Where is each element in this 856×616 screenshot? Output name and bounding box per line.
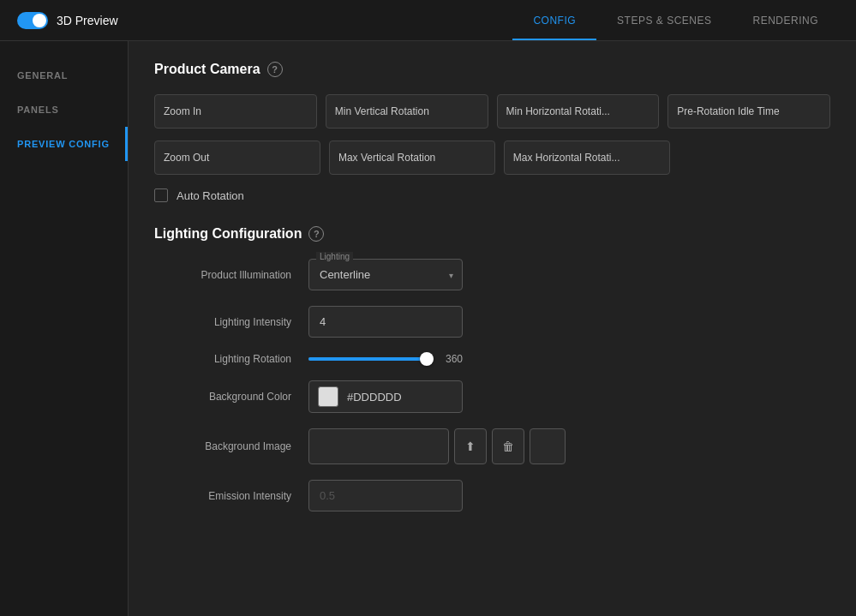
emission-intensity-label: Emission Intensity <box>154 490 308 502</box>
max-vertical-button[interactable]: Max Vertical Rotation <box>329 141 495 175</box>
sidebar-item-general[interactable]: GENERAL <box>0 58 128 93</box>
zoom-out-button[interactable]: Zoom Out <box>154 141 320 175</box>
lighting-config-help-icon[interactable]: ? <box>308 226 324 242</box>
lighting-rotation-fill <box>308 357 427 361</box>
lighting-rotation-value: 360 <box>437 353 463 365</box>
lighting-intensity-row: Lighting Intensity <box>154 306 830 338</box>
background-color-row: Background Color #DDDDDD <box>154 380 830 413</box>
product-camera-help-icon[interactable]: ? <box>267 62 283 77</box>
tab-config[interactable]: CONFIG <box>512 3 596 40</box>
camera-buttons-row2: Zoom Out Max Vertical Rotation Max Horiz… <box>154 141 670 175</box>
sidebar-item-preview-config[interactable]: PREVIEW CONFIG <box>0 127 128 161</box>
main-layout: GENERAL PANELS PREVIEW CONFIG Product Ca… <box>0 41 856 616</box>
pre-rotation-button[interactable]: Pre-Rotation Idle Time <box>667 94 830 129</box>
lighting-rotation-slider-wrapper: 360 <box>308 353 463 365</box>
lighting-config-section: Lighting Configuration ? Product Illumin… <box>154 226 830 511</box>
min-vertical-button[interactable]: Min Vertical Rotation <box>326 94 488 129</box>
product-illumination-row: Product Illumination Lighting Centerline… <box>154 259 830 290</box>
camera-buttons-row1: Zoom In Min Vertical Rotation Min Horizo… <box>154 94 830 129</box>
delete-icon-button[interactable]: 🗑 <box>492 428 524 464</box>
emission-intensity-input[interactable] <box>308 480 463 511</box>
background-color-label: Background Color <box>154 391 308 403</box>
background-image-inputs: ⬆ 🗑 <box>308 428 566 464</box>
upload-icon: ⬆ <box>465 440 476 453</box>
topbar-tabs: CONFIG STEPS & SCENES RENDERING <box>512 0 839 40</box>
preview-toggle[interactable] <box>17 12 48 29</box>
tab-steps-scenes[interactable]: STEPS & SCENES <box>596 3 732 40</box>
image-preview-thumbnail <box>530 428 566 464</box>
topbar: 3D Preview CONFIG STEPS & SCENES RENDERI… <box>0 0 856 41</box>
emission-intensity-control <box>308 480 463 511</box>
color-picker-row[interactable]: #DDDDDD <box>308 380 463 413</box>
lighting-dropdown-label: Lighting <box>316 252 353 261</box>
product-camera-section-header: Product Camera ? <box>154 62 830 77</box>
emission-intensity-row: Emission Intensity <box>154 480 830 511</box>
sidebar-item-panels[interactable]: PANELS <box>0 93 128 127</box>
delete-icon: 🗑 <box>502 440 514 453</box>
product-illumination-label: Product Illumination <box>154 269 308 281</box>
lighting-intensity-control <box>308 306 463 338</box>
background-image-row: Background Image ⬆ 🗑 <box>154 428 830 464</box>
background-image-label: Background Image <box>154 440 308 452</box>
background-color-control: #DDDDDD <box>308 380 463 413</box>
sidebar: GENERAL PANELS PREVIEW CONFIG <box>0 41 129 616</box>
max-horizontal-button[interactable]: Max Horizontal Rotati... <box>504 141 670 175</box>
content-area: Product Camera ? Zoom In Min Vertical Ro… <box>129 41 856 616</box>
auto-rotation-row: Auto Rotation <box>154 188 830 202</box>
color-swatch[interactable] <box>318 386 338 407</box>
lighting-dropdown[interactable]: Centerline Left Right Top Bottom <box>309 260 462 290</box>
auto-rotation-checkbox[interactable] <box>154 188 168 202</box>
min-horizontal-button[interactable]: Min Horizontal Rotati... <box>497 94 660 129</box>
upload-icon-button[interactable]: ⬆ <box>454 428 487 464</box>
lighting-intensity-label: Lighting Intensity <box>154 316 308 328</box>
lighting-config-title: Lighting Configuration <box>154 226 302 242</box>
lighting-config-header: Lighting Configuration ? <box>154 226 830 242</box>
product-camera-title: Product Camera <box>154 62 260 77</box>
lighting-rotation-label: Lighting Rotation <box>154 353 308 365</box>
zoom-in-button[interactable]: Zoom In <box>154 94 317 129</box>
auto-rotation-label: Auto Rotation <box>177 189 244 202</box>
product-illumination-control: Lighting Centerline Left Right Top Botto… <box>308 259 463 290</box>
lighting-intensity-input[interactable] <box>308 306 463 338</box>
lighting-dropdown-wrapper: Lighting Centerline Left Right Top Botto… <box>308 259 463 290</box>
background-image-field[interactable] <box>308 428 449 464</box>
lighting-rotation-track[interactable] <box>308 357 427 361</box>
color-hex-value: #DDDDDD <box>347 391 402 404</box>
tab-rendering[interactable]: RENDERING <box>732 3 839 40</box>
lighting-rotation-control: 360 <box>308 353 463 365</box>
app-title: 3D Preview <box>57 14 512 27</box>
background-image-control: ⬆ 🗑 <box>308 428 566 464</box>
lighting-rotation-row: Lighting Rotation 360 <box>154 353 830 365</box>
lighting-rotation-thumb[interactable] <box>420 352 434 366</box>
